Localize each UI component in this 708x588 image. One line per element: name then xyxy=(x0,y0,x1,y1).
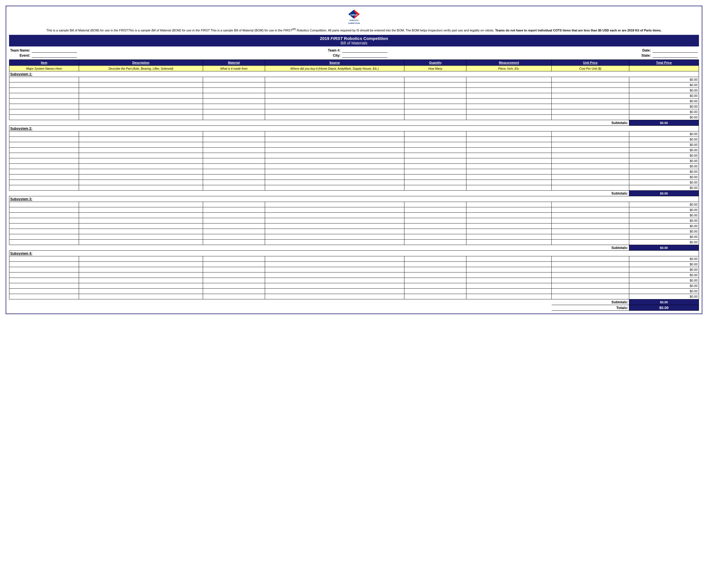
price-cell: $0.00 xyxy=(629,82,699,88)
table-row[interactable]: $0.00 xyxy=(9,142,699,148)
subsystem-4-row: Subsystem 4: xyxy=(9,251,699,256)
table-row[interactable]: $0.00 xyxy=(9,153,699,158)
table-row[interactable]: $0.00 xyxy=(9,169,699,174)
table-row[interactable]: $0.00 xyxy=(9,202,699,207)
city-row: City: xyxy=(321,53,387,58)
subsystem-2-row: Subsystem 2: xyxy=(9,126,699,131)
price-cell: $0.00 xyxy=(629,158,699,164)
table-row[interactable]: $0.00 xyxy=(9,229,699,234)
table-row[interactable]: $0.00 xyxy=(9,272,699,278)
table-row[interactable]: $0.00 xyxy=(9,267,699,272)
state-input[interactable] xyxy=(652,53,698,58)
subsystem-3-row: Subsystem 3: xyxy=(9,196,699,202)
table-row[interactable]: $0.00 xyxy=(9,289,699,294)
city-label: City: xyxy=(321,54,341,58)
subtotal-row-1: Subtotals: $0.00 xyxy=(9,120,699,126)
price-cell: $0.00 xyxy=(629,164,699,169)
event-input[interactable] xyxy=(32,53,77,58)
table-row[interactable]: $0.00 xyxy=(9,77,699,82)
team-name-input[interactable] xyxy=(32,48,77,53)
price-cell: $0.00 xyxy=(629,104,699,109)
price-cell: $0.00 xyxy=(629,283,699,289)
date-input[interactable] xyxy=(652,48,698,53)
table-row[interactable]: $0.00 xyxy=(9,224,699,229)
table-row[interactable]: $0.00 xyxy=(9,185,699,190)
price-cell: $0.00 xyxy=(629,109,699,115)
header-material: Material xyxy=(203,60,265,66)
table-row[interactable]: $0.00 xyxy=(9,278,699,283)
subtotal-3-value: $0.00 xyxy=(629,245,699,251)
price-cell: $0.00 xyxy=(629,272,699,278)
price-cell: $0.00 xyxy=(629,262,699,267)
svg-text:ROBOTICS: ROBOTICS xyxy=(350,20,358,21)
price-cell: $0.00 xyxy=(629,256,699,262)
event-row: Event: xyxy=(10,53,77,58)
price-cell: $0.00 xyxy=(629,131,699,137)
table-row[interactable]: $0.00 xyxy=(9,115,699,120)
table-row[interactable]: $0.00 xyxy=(9,148,699,153)
table-row[interactable]: $0.00 xyxy=(9,98,699,104)
table-row[interactable]: $0.00 xyxy=(9,93,699,98)
table-row[interactable]: $0.00 xyxy=(9,164,699,169)
price-cell: $0.00 xyxy=(629,234,699,240)
table-row[interactable]: $0.00 xyxy=(9,104,699,109)
first-logo-icon: FIRST ROBOTICS COMPETITION xyxy=(344,9,364,25)
example-row: Major System Names Here Describe the Par… xyxy=(9,66,699,71)
table-row[interactable]: $0.00 xyxy=(9,213,699,218)
team-name-row: Team Name: xyxy=(10,48,77,53)
table-row[interactable]: $0.00 xyxy=(9,82,699,88)
example-material: What is it made from xyxy=(203,66,265,71)
middle-form-group: Team #: City: xyxy=(321,48,387,58)
price-cell: $0.00 xyxy=(629,185,699,190)
header-source: Source xyxy=(265,60,404,66)
table-row[interactable]: $0.00 xyxy=(9,131,699,137)
bom-table: Item Description Material Source Quantit… xyxy=(9,59,699,311)
price-cell: $0.00 xyxy=(629,202,699,207)
price-cell: $0.00 xyxy=(629,229,699,234)
header-quantity: Quantity xyxy=(405,60,466,66)
form-fields: Team Name: Event: Team #: City: Date: xyxy=(9,48,699,58)
table-row[interactable]: $0.00 xyxy=(9,180,699,185)
table-row[interactable]: $0.00 xyxy=(9,256,699,262)
team-num-row: Team #: xyxy=(321,48,387,53)
price-cell: $0.00 xyxy=(629,289,699,294)
subtotal-1-value: $0.00 xyxy=(629,120,699,126)
price-cell: $0.00 xyxy=(629,169,699,174)
date-row: Date: xyxy=(631,48,698,53)
table-row[interactable]: $0.00 xyxy=(9,262,699,267)
subsystem-1-row: Subsystem 1: xyxy=(9,71,699,77)
price-cell: $0.00 xyxy=(629,88,699,93)
example-desc: Describe the Part (Axle, Bearing, Lifter… xyxy=(79,66,203,71)
state-row: State: xyxy=(631,53,698,58)
price-cell: $0.00 xyxy=(629,278,699,283)
example-total xyxy=(629,66,699,71)
table-header-row: Item Description Material Source Quantit… xyxy=(9,60,699,66)
table-row[interactable]: $0.00 xyxy=(9,218,699,224)
price-cell: $0.00 xyxy=(629,240,699,245)
example-meas: Piece, Inch, Etc. xyxy=(466,66,552,71)
price-cell: $0.00 xyxy=(629,267,699,272)
table-row[interactable]: $0.00 xyxy=(9,109,699,115)
city-input[interactable] xyxy=(342,53,387,58)
example-item: Major System Names Here xyxy=(9,66,79,71)
table-row[interactable]: $0.00 xyxy=(9,240,699,245)
table-row[interactable]: $0.00 xyxy=(9,283,699,289)
price-cell: $0.00 xyxy=(629,115,699,120)
price-cell: $0.00 xyxy=(629,174,699,180)
table-row[interactable]: $0.00 xyxy=(9,207,699,213)
team-num-label: Team #: xyxy=(321,49,341,52)
table-row[interactable]: $0.00 xyxy=(9,174,699,180)
table-row[interactable]: $0.00 xyxy=(9,234,699,240)
subtotal-row-3: Subtotals: $0.00 xyxy=(9,245,699,251)
table-row[interactable]: $0.00 xyxy=(9,294,699,299)
header-item: Item xyxy=(9,60,79,66)
main-title: 2019 FIRST Robotics Competition xyxy=(10,36,698,41)
table-row[interactable]: $0.00 xyxy=(9,88,699,93)
header-total-price: Total Price xyxy=(629,60,699,66)
team-name-label: Team Name: xyxy=(10,49,30,52)
table-row[interactable]: $0.00 xyxy=(9,137,699,142)
price-cell: $0.00 xyxy=(629,137,699,142)
header-description: Description xyxy=(79,60,203,66)
table-row[interactable]: $0.00 xyxy=(9,158,699,164)
team-num-input[interactable] xyxy=(342,48,387,53)
